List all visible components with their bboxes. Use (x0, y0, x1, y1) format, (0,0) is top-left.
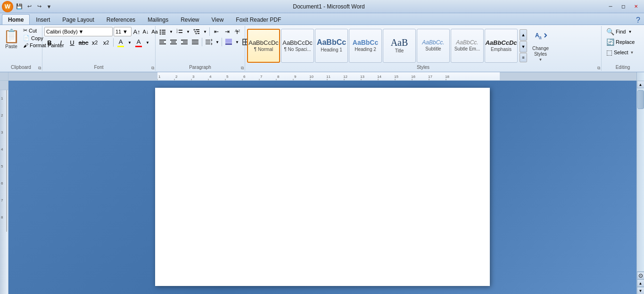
style-no-spacing[interactable]: AaBbCcDc ¶ No Spaci... (281, 29, 314, 63)
change-styles-label: ChangeStyles (532, 46, 549, 57)
replace-button[interactable]: 🔄 Replace (603, 37, 637, 47)
styles-more-button[interactable]: ≡ (520, 53, 527, 62)
restore-button[interactable]: ◻ (617, 2, 629, 11)
svg-rect-24 (170, 43, 177, 44)
document-page[interactable] (155, 88, 490, 286)
paste-button[interactable]: 📋 Paste (2, 27, 21, 50)
scroll-up-button[interactable]: ▲ (637, 81, 644, 88)
paragraph-expand-icon[interactable]: ⧉ (241, 66, 244, 71)
svg-text:1: 1 (158, 75, 161, 79)
ruler-container: 1 2 3 4 5 6 7 8 9 10 11 (0, 72, 644, 81)
find-button[interactable]: 🔍 Find ▼ (603, 27, 635, 36)
decrease-font-size-button[interactable]: A↓ (141, 27, 150, 36)
line-spacing-dropdown[interactable]: ▼ (215, 37, 220, 47)
minimize-button[interactable]: ─ (604, 2, 617, 11)
clipboard-expand-icon[interactable]: ⧉ (38, 66, 41, 71)
document-canvas[interactable] (8, 81, 636, 294)
multilevel-dropdown-button[interactable]: ▼ (202, 27, 208, 36)
svg-text:3: 3 (1, 130, 3, 134)
vertical-scrollbar[interactable]: ▲ ⊙ ▲ ▼ (636, 81, 644, 294)
font-size-selector[interactable]: 11 ▼ (114, 27, 132, 36)
svg-text:6: 6 (1, 181, 3, 185)
styles-scroll-down-button[interactable]: ▼ (520, 41, 527, 52)
scroll-thumb[interactable] (637, 90, 644, 109)
close-button[interactable]: ✕ (630, 2, 642, 11)
align-left-button[interactable] (157, 37, 168, 47)
shading-dropdown[interactable]: ▼ (234, 37, 240, 47)
select-button[interactable]: ⬚ Select ▼ (603, 48, 637, 57)
scroll-prev-page-button[interactable]: ▲ (637, 279, 644, 287)
svg-rect-29 (192, 42, 198, 42)
find-dropdown[interactable]: ▼ (628, 30, 632, 34)
paragraph-row2: ▼ ▼ ▼ (157, 37, 257, 47)
increase-font-size-button[interactable]: A↑ (132, 27, 141, 36)
change-styles-button[interactable]: A a ChangeStyles ▼ (530, 29, 551, 63)
superscript-button[interactable]: x2 (101, 37, 111, 48)
bullets-button[interactable] (157, 27, 168, 36)
style-heading2[interactable]: AaBbCc Heading 2 (349, 29, 382, 63)
help-icon[interactable]: ? (636, 16, 644, 25)
tab-review[interactable]: Review (174, 14, 205, 25)
line-spacing-button[interactable] (204, 37, 214, 47)
style-emphasis[interactable]: AaBbCcDc Emphasis (485, 29, 518, 63)
bold-button[interactable]: B (44, 37, 55, 48)
window-controls: ─ ◻ ✕ (604, 2, 642, 11)
tab-foxit[interactable]: Foxit Reader PDF (230, 14, 287, 25)
sort-button[interactable]: AZ (233, 27, 243, 36)
redo-button[interactable]: ↪ (35, 2, 43, 11)
subscript-button[interactable]: x2 (90, 37, 100, 48)
align-right-button[interactable] (179, 37, 190, 47)
style-title[interactable]: AaB Title (383, 29, 416, 63)
styles-scroll-up-button[interactable]: ▲ (520, 29, 527, 41)
save-button[interactable]: 💾 (15, 2, 24, 11)
scroll-track[interactable] (637, 88, 644, 271)
style-normal[interactable]: AaBbCcDc ¶ Normal (247, 29, 280, 63)
office-logo-icon[interactable]: W (2, 1, 13, 12)
shading-button[interactable] (223, 37, 234, 47)
svg-rect-15 (198, 33, 199, 34)
tab-home[interactable]: Home (2, 14, 30, 25)
numbering-dropdown-button[interactable]: ▼ (185, 27, 191, 36)
style-subtitle[interactable]: AaBbCc. Subtitle (417, 29, 450, 63)
cut-icon: ✂ (23, 27, 27, 34)
strikethrough-button[interactable]: abc (78, 37, 89, 48)
tab-mailings[interactable]: Mailings (141, 14, 174, 25)
undo-button[interactable]: ↩ (25, 2, 33, 11)
customize-quick-access-button[interactable]: ▼ (45, 2, 53, 11)
decrease-indent-button[interactable]: ⇤ (211, 27, 222, 36)
styles-expand-icon[interactable]: ⧉ (597, 66, 600, 71)
font-name-selector[interactable]: Calibri (Body) ▼ (44, 27, 113, 36)
style-subtle-emphasis[interactable]: AaBbCc. Subtle Em... (451, 29, 484, 63)
tab-references[interactable]: References (100, 14, 141, 25)
ribbon: Home Insert Page Layout References Maili… (0, 13, 644, 72)
tab-view[interactable]: View (206, 14, 230, 25)
svg-text:5: 5 (1, 164, 3, 168)
select-icon: ⬚ (606, 49, 612, 56)
svg-text:3: 3 (192, 75, 195, 79)
svg-rect-28 (192, 40, 198, 41)
text-highlight-button[interactable]: A (116, 37, 126, 48)
justify-button[interactable] (190, 37, 200, 47)
svg-text:10: 10 (309, 75, 314, 79)
multilevel-list-button[interactable] (191, 27, 202, 36)
clipboard-group-label: Clipboard (0, 65, 42, 70)
tab-page-layout[interactable]: Page Layout (56, 14, 100, 25)
scroll-next-page-button[interactable]: ▼ (637, 287, 644, 294)
svg-text:8: 8 (277, 75, 280, 79)
editing-group: 🔍 Find ▼ 🔄 Replace ⬚ Select ▼ Editing (602, 26, 644, 71)
align-center-button[interactable] (168, 37, 179, 47)
tab-insert[interactable]: Insert (30, 14, 56, 25)
numbering-button[interactable]: 1.2. (174, 27, 185, 36)
underline-button[interactable]: U (67, 37, 77, 48)
bullets-dropdown-button[interactable]: ▼ (168, 27, 174, 36)
dropdown-arrow-highlight[interactable]: ▼ (127, 37, 132, 48)
increase-indent-button[interactable]: ⇥ (222, 27, 232, 36)
font-group-label: Font (42, 65, 155, 70)
font-color-button[interactable]: A (133, 37, 144, 48)
italic-button[interactable]: I (56, 37, 66, 48)
font-expand-icon[interactable]: ⧉ (151, 66, 154, 71)
svg-rect-21 (159, 43, 166, 44)
dropdown-arrow-font-color[interactable]: ▼ (145, 37, 150, 48)
style-heading1[interactable]: AaBbCc Heading 1 (315, 29, 348, 63)
scroll-select-browse-object-button[interactable]: ⊙ (637, 272, 644, 279)
